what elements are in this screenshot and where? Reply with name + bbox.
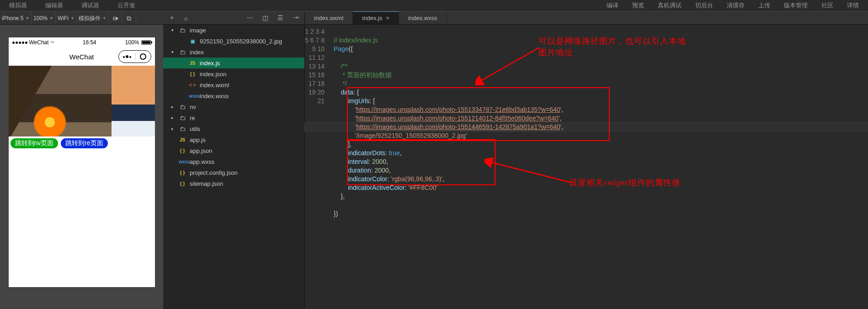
line-gutter: 1 2 3 4 5 6 7 8 9 10 11 12 13 14 15 16 1…	[305, 25, 330, 309]
hierarchy-icon[interactable]: ☰	[277, 14, 283, 21]
toolbar-row: iPhone 5▼ 100%▼ WiFi▼ 模拟操作▼ 🕪 ⧉ ＋ ⌕ ⋯ ◫ …	[0, 11, 868, 25]
menu-editor[interactable]: 编辑器	[45, 1, 63, 10]
tree-item-label: index.json	[200, 71, 227, 78]
menu-simulator[interactable]: 模拟器	[9, 1, 27, 10]
new-file-icon[interactable]: ＋	[169, 14, 175, 22]
tree-item-project-config-json[interactable]: { }project.config.json	[163, 167, 304, 178]
more-icon[interactable]: ⋯	[247, 14, 253, 21]
chevron-right-icon: ▸	[171, 115, 175, 120]
battery-icon	[141, 40, 151, 45]
ide-top-menu: 模拟器 编辑器 调试器 云开发 编译 预览 真机调试 切后台 清缓存 上传 版本…	[0, 0, 868, 11]
js-icon: JS	[189, 61, 196, 66]
dock-icon[interactable]: ⭲	[293, 14, 299, 21]
tab-index-wxml[interactable]: index.wxml	[305, 11, 353, 24]
tree-item-9252150-150552938000-2-jpg[interactable]: ▣9252150_150552938000_2.jpg	[163, 36, 304, 47]
code-indicatorcolor-key: indicatorColor	[348, 175, 387, 183]
tree-item-sitemap-json[interactable]: { }sitemap.json	[163, 178, 304, 189]
capsule-more-icon[interactable]	[123, 55, 131, 58]
tree-item-label: sitemap.json	[190, 180, 223, 187]
goto-re-button[interactable]: 跳转到re页面	[61, 138, 107, 148]
menu-clearcache[interactable]: 清缓存	[727, 1, 745, 10]
json-icon: { }	[179, 148, 186, 153]
tree-item-index-json[interactable]: { }index.json	[163, 68, 304, 79]
code-duration-key: duration	[348, 167, 371, 174]
folder-icon: 🗀	[179, 27, 186, 34]
split-icon[interactable]: ◫	[262, 14, 268, 21]
swiper-preview[interactable]	[9, 66, 155, 136]
code-editor[interactable]: 1 2 3 4 5 6 7 8 9 10 11 12 13 14 15 16 1…	[305, 25, 868, 309]
folder-icon: 🗀	[179, 49, 186, 56]
simulate-ops-select[interactable]: 模拟操作▼	[77, 11, 109, 25]
menu-background[interactable]: 切后台	[695, 1, 713, 10]
file-tree[interactable]: ▾🗀image▣9252150_150552938000_2.jpg▾🗀inde…	[163, 25, 305, 309]
phone-nav-bar: WeChat	[9, 47, 155, 66]
tree-item-app-json[interactable]: { }app.json	[163, 145, 304, 156]
menu-compile[interactable]: 编译	[607, 1, 618, 10]
chevron-down-icon: ▾	[171, 28, 175, 32]
tree-item-utils[interactable]: ▸🗀utils	[163, 123, 304, 134]
tree-item-index-js[interactable]: JSindex.js	[163, 58, 304, 68]
tree-item-index[interactable]: ▾🗀index	[163, 47, 304, 58]
tab-index-js[interactable]: index.js×	[353, 11, 399, 24]
search-icon[interactable]: ⌕	[184, 14, 188, 21]
simulator-panel: WeChat ⌔ 16:54 100% WeChat	[0, 25, 163, 309]
tree-item-image[interactable]: ▾🗀image	[163, 25, 304, 36]
folder-icon: 🗀	[179, 104, 186, 110]
tree-item-index-wxml[interactable]: < >index.wxml	[163, 79, 304, 90]
tree-item-app-js[interactable]: JSapp.js	[163, 134, 304, 145]
battery-label: 100%	[125, 39, 139, 46]
folder-icon: 🗀	[179, 126, 186, 132]
phone-status-bar: WeChat ⌔ 16:54 100%	[9, 37, 155, 47]
top-menu-right: 编译 预览 真机调试 切后台 清缓存 上传 版本管理 社区 详情	[607, 0, 859, 11]
img-icon: ▣	[189, 39, 196, 44]
close-icon[interactable]: ×	[386, 15, 389, 21]
zoom-select[interactable]: 100%▼	[32, 11, 56, 25]
code-data-key: data	[341, 89, 353, 96]
wifi-icon: ⌔	[51, 39, 54, 46]
chevron-down-icon: ▼	[70, 16, 75, 21]
chevron-right-icon: ▸	[171, 105, 175, 109]
tree-item-label: app.json	[190, 147, 212, 154]
popup-icon[interactable]: ⧉	[122, 11, 136, 25]
tree-item-label: index.js	[200, 60, 220, 67]
menu-upload[interactable]: 上传	[758, 1, 770, 10]
chevron-down-icon: ▼	[102, 16, 107, 21]
menu-realdbg[interactable]: 真机调试	[658, 1, 682, 10]
js-icon: JS	[179, 137, 186, 142]
json-icon: { }	[179, 170, 186, 175]
capsule-button[interactable]	[118, 50, 151, 63]
network-select[interactable]: WiFi▼	[56, 11, 77, 25]
tree-item-label: app.wxss	[190, 158, 214, 165]
time-label: 16:54	[83, 39, 96, 46]
menu-preview[interactable]: 预览	[632, 1, 644, 10]
carrier-label: WeChat	[29, 39, 49, 46]
main-row: WeChat ⌔ 16:54 100% WeChat	[0, 25, 868, 309]
tree-item-re[interactable]: ▸🗀re	[163, 112, 304, 123]
signal-icon	[12, 42, 27, 44]
tree-item-label: app.js	[190, 136, 206, 143]
json-icon: { }	[179, 181, 186, 186]
tab-index-wxss[interactable]: index.wxss	[399, 11, 447, 24]
goto-nv-button[interactable]: 跳转到nv页面	[11, 138, 59, 148]
code-imgurls-key: imgUrls	[348, 97, 369, 105]
menu-versionmgr[interactable]: 版本管理	[784, 1, 808, 10]
menu-community[interactable]: 社区	[821, 1, 833, 10]
tree-item-label: 9252150_150552938000_2.jpg	[200, 38, 282, 45]
editor-tabs: index.wxml index.js× index.wxss	[305, 11, 868, 24]
swiper-image-2	[112, 66, 155, 136]
code-content[interactable]: // index/index.js Page({ /** * 页面的初始数据 *…	[330, 25, 868, 309]
code-line-1: // index/index.js	[334, 37, 378, 44]
capsule-close-icon[interactable]	[140, 53, 146, 60]
menu-details[interactable]: 详情	[847, 1, 859, 10]
menu-debugger[interactable]: 调试器	[81, 1, 99, 10]
tree-item-index-wxss[interactable]: wxssindex.wxss	[163, 90, 304, 101]
mute-icon[interactable]: 🕪	[109, 11, 122, 25]
folder-icon: 🗀	[179, 115, 186, 121]
code-doc-open: /**	[341, 63, 348, 70]
menu-cloud[interactable]: 云开发	[117, 1, 135, 10]
device-select[interactable]: iPhone 5▼	[0, 11, 32, 25]
tree-item-nv[interactable]: ▸🗀nv	[163, 101, 304, 112]
code-indicatoractivecolor-key: indicatorActiveColor	[348, 184, 405, 191]
code-indicatordots-key: indicatorDots	[348, 149, 385, 157]
tree-item-app-wxss[interactable]: wxssapp.wxss	[163, 156, 304, 167]
